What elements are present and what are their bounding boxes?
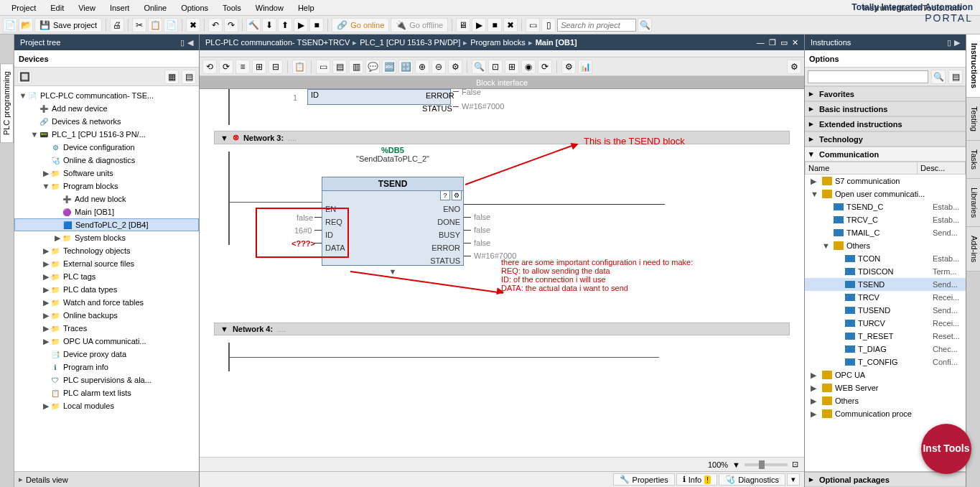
- undo-icon[interactable]: ↶: [208, 18, 223, 32]
- accessible-devices-icon[interactable]: 🖥: [456, 18, 470, 32]
- close-icon[interactable]: ✕: [792, 38, 798, 47]
- devices-tab[interactable]: Devices: [14, 50, 199, 68]
- redo-icon[interactable]: ↷: [224, 18, 238, 32]
- et-sym[interactable]: 🔡: [398, 60, 413, 74]
- details-view-bar[interactable]: ▸ Details view: [14, 471, 199, 487]
- instruction-item[interactable]: ▶WEB Server: [805, 381, 966, 394]
- menu-tools[interactable]: Tools: [215, 2, 248, 14]
- tree-item[interactable]: ▶📁OPC UA communicati...: [14, 335, 199, 348]
- acc-extended[interactable]: ▸Extended instructions: [805, 116, 966, 131]
- tree-btn-3[interactable]: ▤: [182, 70, 196, 84]
- tree-item[interactable]: 🔗Devices & networks: [14, 115, 199, 128]
- tree-item[interactable]: 📋PLC alarm text lists: [14, 386, 199, 399]
- acc-basic[interactable]: ▸Basic instructions: [805, 101, 966, 116]
- tree-item[interactable]: 🟦SendToPLC_2 [DB4]: [14, 218, 199, 231]
- menu-view[interactable]: View: [71, 2, 103, 14]
- instruction-item[interactable]: T_RESETReset...: [805, 330, 966, 343]
- tab-diagnostics[interactable]: 🩺 Diagnostics: [719, 473, 785, 486]
- menu-project[interactable]: Project: [4, 2, 43, 14]
- fb-config-icon[interactable]: ⚙: [452, 190, 462, 200]
- new-project-icon[interactable]: 📄: [3, 18, 17, 32]
- save-project-button[interactable]: 💾 Save project: [34, 18, 102, 32]
- lad-canvas[interactable]: 1 ID ERROR False STATUS W#16#7000 ▼ ⊗ Ne…: [200, 89, 804, 457]
- instruction-item[interactable]: TMAIL_CSend...: [805, 226, 966, 239]
- simulate-icon[interactable]: ▶: [294, 18, 308, 32]
- tab-properties[interactable]: 🔧 Properties: [613, 473, 675, 486]
- tree-item[interactable]: ▶📁Local modules: [14, 399, 199, 412]
- menu-insert[interactable]: Insert: [103, 2, 137, 14]
- tree-item[interactable]: ▶📁PLC tags: [14, 270, 199, 283]
- instruction-item[interactable]: TURCVRecei...: [805, 317, 966, 330]
- stop-cpu-icon[interactable]: ■: [487, 18, 502, 32]
- et-close[interactable]: ▥: [349, 60, 363, 74]
- tree-item[interactable]: ▼📟PLC_1 [CPU 1516-3 PN/...: [14, 128, 199, 141]
- instruction-item[interactable]: T_CONFIGConfi...: [805, 356, 966, 368]
- et-2[interactable]: ⟳: [219, 60, 233, 74]
- restore-icon[interactable]: ❐: [769, 38, 776, 47]
- tree-item[interactable]: ▶📁Technology objects: [14, 244, 199, 257]
- stop-icon[interactable]: ■: [309, 18, 324, 32]
- tree-item[interactable]: ▶📁PLC data types: [14, 283, 199, 296]
- instruction-item[interactable]: TSEND_CEstab...: [805, 200, 966, 213]
- split-h-icon[interactable]: ▭: [526, 18, 540, 32]
- tree-item[interactable]: ▶📁Software units: [14, 167, 199, 180]
- cross-ref-icon[interactable]: ✖: [503, 18, 518, 32]
- et-9[interactable]: ⊖: [431, 60, 446, 74]
- fb-help-icon[interactable]: ?: [440, 190, 450, 200]
- col-name[interactable]: Name: [806, 162, 918, 175]
- et-5[interactable]: ⊟: [269, 60, 283, 74]
- instruction-item[interactable]: TUSENDSend...: [805, 304, 966, 317]
- tree-item[interactable]: ▼📄PLC-PLC communcation- TSE...: [14, 89, 199, 102]
- et-open[interactable]: ▤: [332, 60, 347, 74]
- et-11[interactable]: 🔍: [472, 60, 486, 74]
- col-desc[interactable]: Desc...: [918, 162, 966, 175]
- menu-options[interactable]: Options: [174, 2, 215, 14]
- collapse-icon[interactable]: ◀: [187, 38, 193, 47]
- tree-item[interactable]: ⚙Device configuration: [14, 141, 199, 154]
- crumb-2[interactable]: Program blocks: [470, 38, 525, 47]
- instruction-item[interactable]: TCONEstab...: [805, 252, 966, 265]
- menu-edit[interactable]: Edit: [43, 2, 71, 14]
- instruction-item[interactable]: TRCV_CEstab...: [805, 213, 966, 226]
- start-cpu-icon[interactable]: ▶: [472, 18, 486, 32]
- instruction-item[interactable]: ▶OPC UA: [805, 368, 966, 381]
- tree-item[interactable]: 🩺Online & diagnostics: [14, 154, 199, 167]
- et-network[interactable]: ▭: [316, 60, 330, 74]
- print-icon[interactable]: 🖨: [110, 18, 124, 32]
- crumb-1[interactable]: PLC_1 [CPU 1516-3 PN/DP]: [360, 38, 460, 47]
- tree-item[interactable]: ➕Add new device: [14, 102, 199, 115]
- left-vtab-plc-programming[interactable]: PLC programming: [0, 63, 14, 143]
- acc-technology[interactable]: ▸Technology: [805, 131, 966, 147]
- view-icon[interactable]: ▤: [948, 70, 963, 84]
- vtab-testing[interactable]: Testing: [966, 98, 980, 141]
- collapse-icon[interactable]: ▶: [954, 38, 960, 47]
- et-6[interactable]: 📋: [292, 60, 307, 74]
- et-14[interactable]: ◉: [521, 60, 536, 74]
- paste-icon[interactable]: 📄: [164, 18, 178, 32]
- et-comment[interactable]: 💬: [365, 60, 380, 74]
- minimize-icon[interactable]: —: [757, 38, 765, 47]
- menu-online[interactable]: Online: [136, 2, 174, 14]
- tree-item[interactable]: ▶📁Online backups: [14, 309, 199, 322]
- copy-icon[interactable]: 📋: [148, 18, 162, 32]
- tree-item[interactable]: ▶📁External source files: [14, 257, 199, 270]
- zoom-dropdown-icon[interactable]: ▼: [732, 460, 740, 469]
- et-8[interactable]: ⊕: [415, 60, 429, 74]
- acc-communication[interactable]: ▾Communication: [805, 147, 966, 162]
- filter-icon[interactable]: 🔍: [931, 70, 946, 84]
- zoom-value[interactable]: 100%: [708, 460, 728, 469]
- search-input[interactable]: [557, 19, 636, 32]
- open-project-icon[interactable]: 📂: [19, 18, 33, 32]
- vtab-instructions[interactable]: Instructions: [966, 34, 980, 98]
- et-settings[interactable]: ⚙: [787, 60, 801, 74]
- et-abs[interactable]: 🔤: [382, 60, 396, 74]
- tab-info[interactable]: ℹ Info !: [676, 473, 717, 486]
- cut-icon[interactable]: ✂: [132, 18, 146, 32]
- tree-btn-2[interactable]: ▦: [164, 70, 179, 84]
- et-17[interactable]: 📊: [578, 60, 592, 74]
- instruction-search[interactable]: [808, 70, 928, 83]
- pin-icon[interactable]: ▯: [947, 38, 951, 47]
- tree-item[interactable]: ➕Add new block: [14, 193, 199, 205]
- crumb-0[interactable]: PLC-PLC communcation- TSEND+TRCV: [205, 38, 350, 47]
- go-offline-button[interactable]: 🔌 Go offline: [391, 18, 448, 32]
